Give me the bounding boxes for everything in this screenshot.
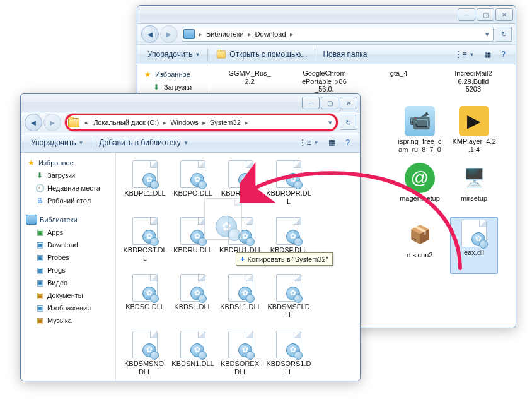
dropdown-icon[interactable]: ▾ bbox=[483, 30, 492, 38]
refresh-button[interactable]: ↻ bbox=[340, 115, 356, 130]
file-item[interactable]: ✿KBDSOREX.DLL bbox=[217, 328, 265, 381]
file-item[interactable]: ✿KBDROPR.DLL bbox=[265, 158, 313, 215]
sidebar-item-recent[interactable]: 🕘Недавние места bbox=[21, 182, 115, 194]
sidebar-item-probes[interactable]: ▣Probes bbox=[21, 251, 115, 264]
refresh-button[interactable]: ↻ bbox=[496, 27, 512, 42]
file-label: KBDSORS1.DLL bbox=[266, 360, 311, 375]
titlebar[interactable]: ─ ▢ ✕ bbox=[21, 94, 360, 112]
app-icon: 🖥️ bbox=[459, 163, 489, 193]
file-item[interactable]: GGMM_Rus_2.2 bbox=[226, 67, 274, 97]
dll-icon: ✿ bbox=[276, 331, 301, 358]
folder-icon bbox=[68, 118, 79, 127]
file-label: KBDSMSNO.DLL bbox=[122, 360, 168, 375]
tooltip-text: Копировать в "System32" bbox=[248, 256, 328, 263]
preview-pane-button[interactable]: ▦ bbox=[479, 47, 496, 61]
back-button[interactable]: ◄ bbox=[25, 114, 42, 131]
close-button[interactable]: ✕ bbox=[495, 8, 513, 21]
dll-icon: ✿ bbox=[276, 160, 301, 188]
sidebar-item-images[interactable]: ▣Изображения bbox=[21, 302, 115, 314]
sidebar-item-music[interactable]: ▣Музыка bbox=[21, 314, 115, 327]
sidebar-favorites[interactable]: ★Избранное bbox=[137, 68, 207, 81]
address-bar[interactable]: ▸ Библиотеки ▸ Download ▸ ▾ bbox=[182, 27, 494, 42]
file-item[interactable]: 🖥️mirsetup bbox=[450, 160, 498, 217]
file-item[interactable]: ▶KMPlayer_4.2.1.4 bbox=[450, 103, 498, 160]
app-icon: @ bbox=[405, 163, 435, 193]
dll-icon: ✿ bbox=[132, 160, 158, 188]
file-item[interactable]: ✿KBDPL1.DLL bbox=[121, 158, 169, 215]
dropdown-icon[interactable]: ▾ bbox=[326, 119, 335, 127]
sidebar-item-documents[interactable]: ▣Документы bbox=[21, 289, 115, 302]
file-item[interactable]: ✿KBDSL.DLL bbox=[169, 271, 217, 328]
file-item[interactable]: ✿KBDSL1.DLL bbox=[217, 271, 265, 328]
maximize-button[interactable]: ▢ bbox=[321, 97, 338, 109]
sidebar-item-downloads[interactable]: ⬇Загрузки bbox=[137, 81, 207, 93]
chevron-right-icon: ▸ bbox=[246, 30, 253, 38]
dll-icon: ✿ bbox=[228, 160, 253, 188]
sidebar-item-download[interactable]: ▣Download bbox=[21, 239, 115, 251]
file-item[interactable]: ✿KBDROST.DLL bbox=[121, 215, 169, 271]
breadcrumb-item[interactable]: Локальный диск (C:) bbox=[91, 117, 161, 127]
file-label: KBDSL.DLL bbox=[174, 303, 211, 311]
dll-icon: ✿ bbox=[180, 160, 205, 188]
file-item[interactable]: ✿KBDSG.DLL bbox=[121, 271, 169, 328]
divider bbox=[207, 49, 208, 60]
dll-icon: ✿ bbox=[132, 274, 158, 302]
file-label: KBDROPR.DLL bbox=[266, 189, 311, 205]
minimize-button[interactable]: ─ bbox=[302, 97, 320, 109]
preview-pane-button[interactable]: ▦ bbox=[323, 136, 340, 150]
divider bbox=[91, 137, 91, 148]
minimize-button[interactable]: ─ bbox=[458, 8, 475, 21]
app-icon: ▶ bbox=[459, 106, 489, 136]
breadcrumb-item[interactable]: Библиотеки bbox=[204, 29, 246, 39]
breadcrumb-prefix[interactable]: « bbox=[82, 117, 91, 127]
file-item[interactable]: 📦msicuu2 bbox=[396, 217, 444, 274]
open-with-button[interactable]: Открыть с помощью... bbox=[211, 47, 312, 62]
file-label: KBDPO.DLL bbox=[173, 189, 212, 198]
file-item[interactable]: GoogleChromePortable_x86_56.0. bbox=[300, 67, 348, 97]
video-icon: ▣ bbox=[35, 278, 45, 288]
forward-button[interactable]: ► bbox=[43, 114, 61, 131]
file-item[interactable]: ✿KBDSMSNO.DLL bbox=[121, 328, 169, 381]
forward-button[interactable]: ► bbox=[160, 25, 178, 43]
file-item[interactable]: gta_4 bbox=[375, 67, 423, 97]
new-folder-button[interactable]: Новая папка bbox=[318, 47, 372, 61]
breadcrumb-item[interactable]: Windows bbox=[168, 117, 201, 127]
close-button[interactable]: ✕ bbox=[340, 97, 357, 109]
file-item[interactable]: IncrediMail2 6.29.Build 5203 bbox=[449, 67, 497, 97]
view-options-button[interactable]: ⋮≡ ▼ bbox=[449, 47, 479, 61]
file-item[interactable]: ✿KBDSMSFI.DLL bbox=[265, 271, 313, 328]
back-button[interactable]: ◄ bbox=[141, 25, 159, 43]
music-icon: ▣ bbox=[35, 316, 45, 326]
file-item[interactable]: 📹ispring_free_cam_ru_8_7_0 bbox=[396, 103, 444, 160]
titlebar[interactable]: ─ ▢ ✕ bbox=[137, 6, 516, 24]
toolbar: Упорядочить▼ Добавить в библиотеку▼ ⋮≡ ▼… bbox=[21, 133, 360, 153]
sidebar-item-downloads[interactable]: ⬇Загрузки bbox=[21, 169, 115, 182]
file-item[interactable]: ✿KBDSORS1.DLL bbox=[265, 328, 313, 381]
chevron-right-icon: ▸ bbox=[289, 30, 295, 38]
sidebar-item-progs[interactable]: ▣Progs bbox=[21, 264, 115, 276]
help-button[interactable]: ? bbox=[496, 47, 511, 61]
star-icon: ★ bbox=[142, 69, 153, 80]
organize-button[interactable]: Упорядочить▼ bbox=[142, 47, 205, 61]
explorer-window-system32: ─ ▢ ✕ ◄ ► « Локальный диск (C:) ▸ Window… bbox=[20, 93, 361, 381]
file-item-eax-dll[interactable]: ✿eax.dll bbox=[450, 217, 498, 274]
add-to-library-button[interactable]: Добавить в библиотеку▼ bbox=[94, 136, 193, 150]
organize-button[interactable]: Упорядочить▼ bbox=[26, 136, 88, 150]
file-area[interactable]: ✿ + Копировать в "System32" ✿KBDPL1.DLL✿… bbox=[116, 153, 360, 381]
sidebar-item-video[interactable]: ▣Видео bbox=[21, 276, 115, 289]
breadcrumb-item[interactable]: System32 bbox=[207, 117, 243, 127]
folder-icon: ▣ bbox=[35, 252, 45, 263]
view-options-button[interactable]: ⋮≡ ▼ bbox=[294, 136, 323, 150]
address-bar[interactable]: « Локальный диск (C:) ▸ Windows ▸ System… bbox=[65, 114, 338, 131]
help-button[interactable]: ? bbox=[340, 136, 355, 150]
breadcrumb-item[interactable]: Download bbox=[253, 29, 289, 39]
dll-icon: ✿ bbox=[276, 274, 301, 302]
maximize-button[interactable]: ▢ bbox=[477, 8, 494, 21]
file-item[interactable]: @magentsetup bbox=[396, 160, 444, 217]
sidebar-libraries[interactable]: Библиотеки bbox=[21, 213, 115, 226]
sidebar-item-apps[interactable]: ▣Apps bbox=[21, 226, 115, 239]
dll-icon: ✿ bbox=[461, 220, 487, 247]
sidebar-favorites[interactable]: ★Избранное bbox=[21, 157, 115, 169]
file-item[interactable]: ✿KBDSN1.DLL bbox=[169, 328, 217, 381]
sidebar-item-desktop[interactable]: 🖥Рабочий стол bbox=[21, 194, 115, 207]
